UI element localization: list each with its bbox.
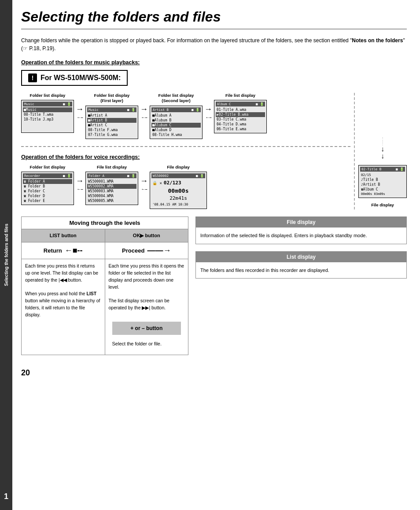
screen-row: ■Alubum A — [151, 113, 201, 118]
voice-title-bar-1: Recorder■ 🔋 — [23, 173, 72, 178]
music-screen-2: Folder list display(First layer) Music■ … — [85, 93, 138, 139]
voice-screen-label-3: File display — [167, 165, 190, 170]
music-screen-3: Folder list display(Second layer) Artist… — [150, 93, 203, 139]
side-tab-number: 1 — [4, 492, 8, 501]
screen-row: WS500002.WMA — [87, 184, 136, 189]
voice-file-count: 02/123 — [164, 180, 181, 186]
voice-time-2: 22m41s — [151, 195, 205, 202]
voice-screen-display-3: WS500002■ 🔋 🔒 ✕ 02/123 00m00s 22m41s '08… — [150, 172, 207, 209]
screen-row: 00m00s 03m09s — [360, 192, 405, 196]
return-action: Return ←■-- — [22, 242, 105, 259]
model-label: For WS-510M/WS-500M: — [41, 74, 121, 82]
screen-row: 08-Title H.wma — [151, 132, 201, 137]
music-screen-4: File list display Album C■ 🔋 01-Title A.… — [214, 93, 267, 133]
voice-screen-display-2: Folder A■ 🔋 WS500001.WMA WS500002.WMA WS… — [85, 172, 138, 205]
screen-row: ♪Title B — [360, 177, 405, 182]
side-tab-text: Selecting the folders and files — [4, 224, 9, 286]
voice-section-header: Operation of the folders for voice recor… — [21, 154, 350, 160]
file-display-info-title: File display — [196, 217, 406, 227]
screen-row: ■Music — [23, 107, 72, 112]
upper-right: ⋮ ⋮ ↓ ↓ 02-Title B■ 🔋 02/15 ♪Title B ♪Ar… — [354, 93, 407, 209]
voice-screens-row: Folder list display Recorder■ 🔋 ☎ Folder… — [21, 165, 350, 209]
voice-screen-display-1: Recorder■ 🔋 ☎ Folder A ☎ Folder B ☎ Fold… — [21, 172, 74, 205]
screen-row: 01-Title A.wma — [216, 107, 265, 112]
screen-row: WS500004.WMA — [87, 194, 136, 198]
solid-down-arrow: ↓ — [381, 153, 384, 160]
music-file-display: 02-Title B■ 🔋 02/15 ♪Title B ♪Artist B ☎… — [358, 165, 407, 198]
list-display-info-title: List display — [196, 252, 406, 262]
screen-row: ☎ Folder D — [23, 194, 72, 198]
arrow-3: → ←-- — [204, 105, 212, 120]
voice-file-icons: 🔒 ✕ — [152, 181, 162, 185]
model-box: ! For WS-510M/WS-500M: — [21, 70, 128, 86]
music-screen-1: Folder list display Music■ 🔋 ■Music 08-T… — [21, 93, 74, 133]
voice-title-bar-3: WS500002■ 🔋 — [151, 173, 205, 178]
levels-actions-row: Return ←■-- Proceed ——→ — [22, 242, 188, 259]
arrow-right-icon: → — [76, 105, 84, 113]
solid-down-arrow: ↓ — [381, 146, 384, 153]
screen-display-2: Music■ 🔋 ■Artist A ■Artist B ■Artist C 0… — [85, 106, 138, 139]
screen-label-2: Folder list display(First layer) — [94, 93, 130, 104]
file-display-label-right: File display — [371, 202, 394, 208]
arrow-left-dashed: ←-- — [141, 187, 147, 191]
arrow-right-icon: → — [140, 177, 148, 185]
screen-row: ☎ Folder C — [23, 189, 72, 194]
list-desc: Each time you press this it returns up o… — [22, 259, 105, 355]
title-bar-2: Music■ 🔋 — [87, 107, 136, 112]
list-display-info-content: The folders and files recorded in this r… — [196, 262, 406, 279]
voice-time-1: 00m00s — [151, 187, 205, 195]
voice-title-bar-2: Folder A■ 🔋 — [87, 173, 136, 178]
file-count: 02/15 — [360, 172, 405, 177]
screen-row: ☎ Folder E — [23, 198, 72, 203]
levels-desc-row: Each time you press this it returns up o… — [22, 259, 188, 355]
screen-label-4: File list display — [225, 93, 255, 98]
music-screens-row: Folder list display Music■ 🔋 ■Music 08-T… — [21, 93, 350, 139]
proceed-arrow-icon: ——→ — [147, 246, 171, 255]
list-button[interactable]: LIST button — [22, 229, 105, 242]
intro-bold: Notes on the folders — [352, 37, 403, 44]
screen-row: ■Alubum C — [151, 123, 201, 128]
screen-row: 08-Title F.wma — [87, 128, 136, 132]
model-icon: ! — [28, 73, 37, 82]
ok-button[interactable]: OK▶ button — [105, 229, 188, 242]
screen-row: ☎ Folder B — [23, 184, 72, 189]
screen-row: ▶02-Title B.wma — [216, 112, 265, 117]
screen-display-4: Album C■ 🔋 01-Title A.wma ▶02-Title B.wm… — [214, 100, 267, 133]
screen-row: 03-Title C.wma — [216, 117, 265, 122]
music-section-header: Operation of the folders for music playb… — [21, 59, 407, 66]
list-display-info-box: List display The folders and files recor… — [195, 251, 407, 279]
page-container: 1 Selecting the folders and files Select… — [0, 0, 420, 510]
ok-desc: Each time you press this it opens the fo… — [105, 259, 188, 355]
voice-screen-label-1: Folder list display — [30, 165, 66, 170]
intro-text: Change folders while the operation is st… — [21, 37, 407, 52]
screen-row: ■Artist A — [87, 113, 136, 118]
voice-arrow-2: → ←-- — [140, 177, 148, 191]
voice-date: '08.04.15 AM 10:30 — [151, 202, 205, 207]
list-bold: LIST — [87, 291, 97, 296]
screen-row: 10-Title J.mp3 — [23, 117, 72, 122]
screen-row: 07-Title G.wma — [87, 132, 136, 137]
arrow-right-icon: → — [140, 105, 148, 113]
screen-row: ■Alubum D — [151, 128, 201, 132]
intro-text-1: Change folders while the operation is st… — [21, 37, 352, 44]
page-title: Selecting the folders and files — [21, 9, 407, 29]
file-display-info-content: Information of the selected file is disp… — [196, 227, 406, 244]
arrow-left-dashed: ←-- — [77, 187, 83, 191]
arrow-2: → ←-- — [140, 105, 148, 120]
voice-screen-2: File list display Folder A■ 🔋 WS500001.W… — [85, 165, 138, 205]
plus-or-button[interactable]: + or – button — [112, 322, 181, 335]
screen-row: 06-Title E.wma — [216, 127, 265, 132]
select-text: Select the folder or file. — [109, 338, 185, 351]
intro-text-3: ). — [52, 45, 55, 51]
screen-display-3: Artist B■ 🔋 ■Alubum A ■Alubum B ■Alubum … — [150, 106, 203, 139]
voice-screen-label-2: File list display — [97, 165, 127, 170]
music-file-title-bar: 02-Title B■ 🔋 — [360, 167, 405, 172]
return-label: Return — [44, 247, 62, 254]
levels-buttons-row: LIST button OK▶ button — [22, 229, 188, 242]
music-file-screen: 02-Title B■ 🔋 02/15 ♪Title B ♪Artist B ☎… — [358, 165, 407, 198]
upper-left: Folder list display Music■ 🔋 ■Music 08-T… — [21, 93, 350, 209]
arrow-left-dashed: ←-- — [77, 115, 83, 120]
arrow-left-dashed: ←-- — [141, 115, 147, 120]
arrow-1: → ←-- — [76, 105, 84, 120]
proceed-action: Proceed ——→ — [105, 242, 188, 259]
